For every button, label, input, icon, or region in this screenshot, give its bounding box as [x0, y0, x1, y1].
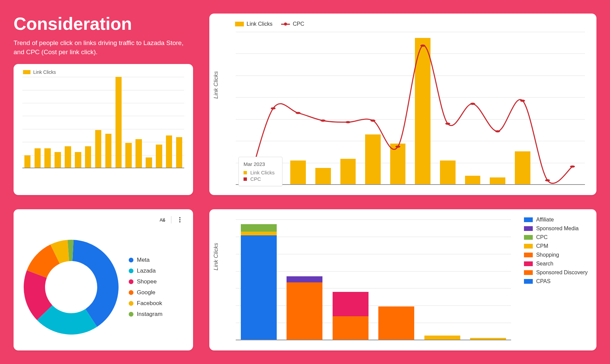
mini-bar[interactable] — [95, 130, 102, 168]
stack-segment-sponsored_media[interactable] — [287, 276, 322, 282]
combo-chart-card: Link Clicks CPC Link Clicks Mar 2023 Lin… — [209, 14, 596, 195]
svg-point-2 — [179, 217, 181, 218]
cpc-point[interactable] — [445, 123, 450, 125]
link-clicks-swatch — [23, 70, 30, 74]
mini-legend-label: Link Clicks — [33, 69, 56, 75]
stack-segment-cpc_cat[interactable] — [241, 224, 277, 231]
mini-bar[interactable] — [65, 146, 71, 168]
legend-swatch — [524, 261, 533, 266]
tooltip-swatch — [244, 171, 247, 174]
tooltip-label: Link Clicks — [250, 170, 275, 175]
svg-point-3 — [179, 219, 181, 220]
svg-text:Z: Z — [162, 218, 164, 222]
donut-legend-item[interactable]: Facebook — [129, 300, 163, 307]
stack-segment-cpm[interactable] — [241, 232, 277, 235]
donut-legend-item[interactable]: Shopee — [129, 278, 163, 285]
stack-legend-item[interactable]: Search — [524, 261, 588, 267]
stack-legend-item[interactable]: Sponsored Media — [524, 226, 588, 232]
sort-az-button[interactable]: AZ — [156, 215, 169, 225]
cpc-point[interactable] — [545, 179, 550, 181]
legend-label: Instagram — [137, 311, 163, 318]
donut-card: AZ MetaLazadaShopeeGoogleFacebookInstagr… — [14, 209, 193, 350]
legend-swatch — [524, 279, 533, 284]
mini-bar[interactable] — [44, 148, 51, 168]
legend-label: CPAS — [536, 278, 550, 284]
legend-swatch — [524, 217, 533, 222]
cpc-swatch — [281, 24, 290, 25]
stacked-bar[interactable] — [333, 219, 369, 340]
legend-label: Shopping — [536, 252, 559, 258]
stack-segment-search[interactable] — [333, 292, 369, 316]
legend-label: Affiliate — [536, 217, 554, 223]
cpc-point[interactable] — [296, 112, 300, 114]
legend-dot — [129, 312, 133, 317]
mini-bar[interactable] — [35, 148, 41, 168]
cpc-line[interactable] — [248, 45, 572, 185]
toolbar-divider — [171, 216, 171, 223]
cpc-point[interactable] — [570, 166, 575, 168]
stacked-bar[interactable] — [470, 219, 506, 340]
stacked-bar[interactable] — [287, 219, 322, 340]
legend-label: Shopee — [137, 278, 157, 285]
mini-bar[interactable] — [135, 139, 142, 168]
stacked-bar[interactable] — [424, 219, 460, 340]
cpc-point[interactable] — [271, 107, 275, 109]
legend-label: Meta — [137, 257, 150, 263]
cpc-point[interactable] — [395, 146, 400, 148]
mini-bar[interactable] — [115, 77, 122, 168]
legend-label: Google — [137, 289, 155, 296]
legend-dot — [129, 269, 133, 273]
combo-legend-cpc: CPC — [293, 21, 304, 27]
legend-label: Lazada — [137, 267, 156, 274]
mini-bar[interactable] — [166, 135, 172, 168]
mini-bar[interactable] — [156, 145, 162, 168]
stack-legend-item[interactable]: Sponsored Discovery — [524, 270, 588, 276]
mini-bar[interactable] — [24, 155, 31, 168]
cpc-point[interactable] — [470, 103, 475, 105]
legend-swatch — [524, 244, 533, 249]
tooltip-title: Mar 2023 — [244, 161, 275, 167]
stack-legend-item[interactable]: CPAS — [524, 278, 588, 284]
stack-legend-item[interactable]: Affiliate — [524, 217, 588, 223]
cpc-point[interactable] — [371, 120, 375, 122]
donut-chart[interactable] — [24, 240, 119, 335]
stack-segment-shopping[interactable] — [378, 306, 414, 340]
mini-bar[interactable] — [85, 146, 91, 168]
stacked-bar[interactable] — [378, 219, 414, 340]
stacked-bar-card: Link Clicks AffiliateSponsored MediaCPCC… — [209, 209, 596, 350]
stack-legend-item[interactable]: CPM — [524, 243, 588, 249]
donut-legend-item[interactable]: Instagram — [129, 311, 163, 318]
stack-segment-sponsored_discovery[interactable] — [287, 282, 322, 340]
mini-bar[interactable] — [55, 152, 61, 169]
stack-segment-cpas[interactable] — [241, 235, 277, 341]
stack-segment-shopping[interactable] — [333, 316, 369, 340]
tooltip-swatch — [244, 177, 247, 181]
mini-bar[interactable] — [105, 134, 112, 169]
legend-swatch — [524, 235, 533, 240]
chart-tooltip: Mar 2023 Link ClicksCPC — [238, 157, 282, 186]
legend-dot — [129, 279, 133, 284]
stack-legend-item[interactable]: CPC — [524, 234, 588, 240]
mini-bar[interactable] — [146, 157, 152, 168]
cpc-point[interactable] — [420, 45, 425, 47]
stacked-ylabel: Link Clicks — [213, 243, 219, 270]
cpc-point[interactable] — [495, 130, 500, 132]
mini-bar[interactable] — [75, 152, 81, 169]
donut-legend-item[interactable]: Meta — [129, 257, 163, 263]
mini-bar[interactable] — [176, 137, 183, 168]
legend-swatch — [524, 226, 533, 231]
legend-label: CPC — [536, 234, 548, 240]
mini-bar-card: Link Clicks — [14, 64, 193, 195]
stack-legend-item[interactable]: Shopping — [524, 252, 588, 258]
mini-bar[interactable] — [125, 143, 132, 169]
cpc-point[interactable] — [345, 121, 350, 123]
legend-dot — [129, 258, 133, 262]
cpc-point[interactable] — [520, 100, 525, 102]
combo-ylabel: Link Clicks — [213, 71, 219, 99]
more-options-button[interactable] — [173, 215, 186, 225]
tooltip-label: CPC — [250, 176, 261, 182]
donut-legend-item[interactable]: Google — [129, 289, 163, 296]
stacked-bar[interactable] — [241, 219, 277, 340]
donut-legend-item[interactable]: Lazada — [129, 267, 163, 274]
cpc-point[interactable] — [321, 120, 325, 122]
